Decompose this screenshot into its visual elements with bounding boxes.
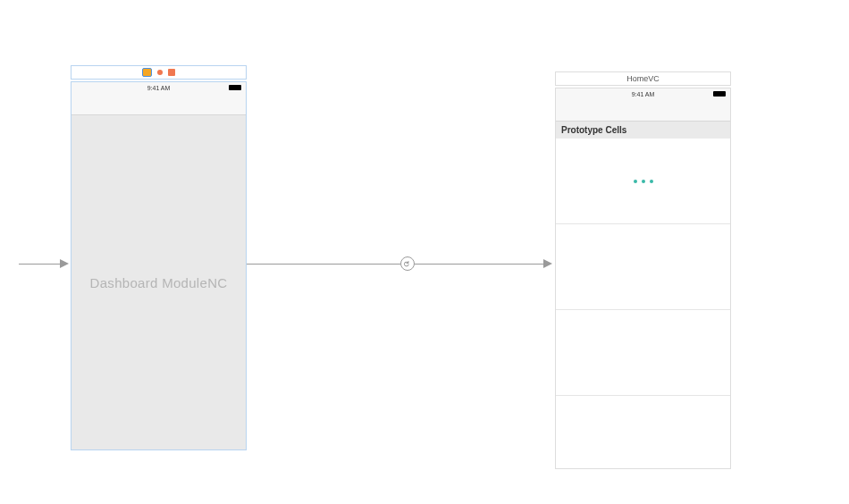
entry-arrow-line <box>19 264 62 265</box>
entry-arrow-head <box>60 259 69 268</box>
scene-title-bar-right[interactable]: HomeVC <box>555 71 731 86</box>
status-bar-right: 9:41 AM <box>556 88 730 99</box>
nc-placeholder-label: Dashboard ModuleNC <box>90 275 228 290</box>
segue-icon[interactable]: ⟳ <box>400 256 415 271</box>
prototype-cell[interactable] <box>556 139 730 224</box>
segue-line-2 <box>415 264 545 265</box>
table-view-body[interactable] <box>556 396 730 468</box>
status-bar-left: 9:41 AM <box>71 82 246 93</box>
prototype-cell[interactable] <box>556 224 730 310</box>
prototype-cell[interactable] <box>556 310 730 396</box>
nav-controller-icon[interactable] <box>142 68 152 77</box>
nav-bar-right <box>556 99 730 122</box>
content-area-left: Dashboard ModuleNC <box>71 115 246 449</box>
scene-body-right[interactable]: 9:41 AM Prototype Cells <box>555 88 731 469</box>
loading-dots-icon <box>634 180 653 183</box>
exit-icon[interactable] <box>168 69 175 76</box>
segue-arrow-head <box>543 259 552 268</box>
status-time-left: 9:41 AM <box>147 85 171 91</box>
scene-title-label: HomeVC <box>626 74 660 83</box>
status-time-right: 9:41 AM <box>632 91 655 97</box>
battery-icon <box>229 85 241 90</box>
scene-body-left[interactable]: 9:41 AM Dashboard ModuleNC <box>71 81 247 450</box>
battery-icon <box>713 91 726 97</box>
nav-bar-left <box>71 93 246 115</box>
segue-line-1 <box>247 264 400 265</box>
scene-title-bar-left[interactable] <box>71 65 247 80</box>
segue-relationship-icon: ⟳ <box>402 258 414 270</box>
scene-title-icons <box>142 68 175 77</box>
scene-dashboard-nc[interactable]: 9:41 AM Dashboard ModuleNC <box>71 65 247 450</box>
prototype-cells-header: Prototype Cells <box>556 122 730 139</box>
first-responder-icon[interactable] <box>157 70 163 75</box>
scene-homevc[interactable]: HomeVC 9:41 AM Prototype Cells <box>555 71 731 469</box>
